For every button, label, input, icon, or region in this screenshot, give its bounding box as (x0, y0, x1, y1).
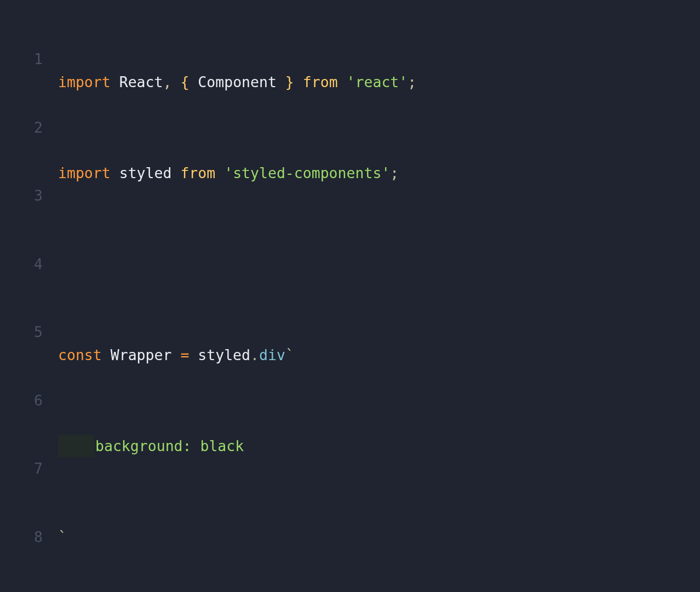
code-line[interactable]: background: black (58, 435, 534, 458)
line-number: 3 (0, 184, 43, 207)
line-number: 4 (0, 253, 43, 276)
code-line[interactable] (58, 253, 534, 276)
code-line[interactable]: import styled from 'styled-components'; (58, 162, 534, 185)
code-line[interactable]: import React, { Component } from 'react'… (58, 71, 534, 94)
indent-guide (58, 435, 94, 458)
line-number: 1 (0, 48, 43, 71)
code-area[interactable]: import React, { Component } from 'react'… (46, 2, 534, 592)
line-number: 6 (0, 389, 43, 412)
line-number: 7 (0, 457, 43, 480)
line-number-gutter: 1 2 3 4 5 6 7 8 9 10 11 12 13 14 15 16 1… (0, 2, 46, 592)
code-line[interactable]: ` (58, 526, 534, 549)
line-number: 2 (0, 116, 43, 139)
line-number: 8 (0, 526, 43, 549)
code-line[interactable]: const Wrapper = styled.div` (58, 344, 534, 367)
line-number: 5 (0, 321, 43, 344)
code-editor[interactable]: 1 2 3 4 5 6 7 8 9 10 11 12 13 14 15 16 1… (0, 0, 700, 592)
